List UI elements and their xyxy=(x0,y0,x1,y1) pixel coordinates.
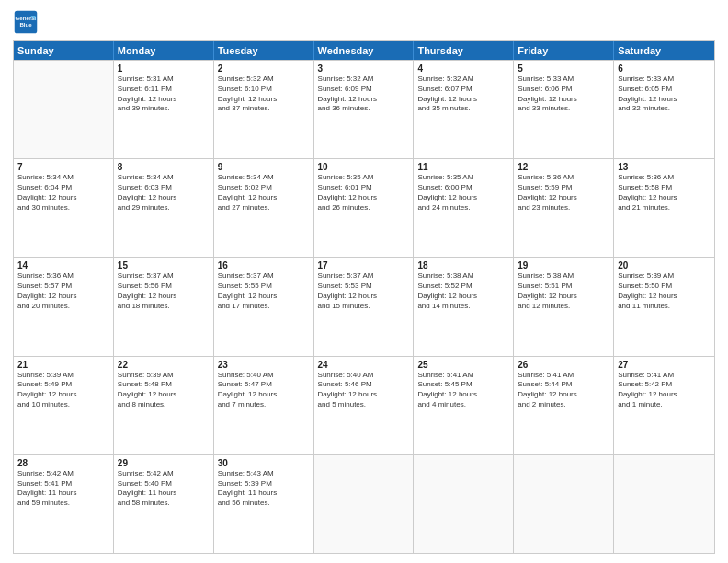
cell-info: Sunrise: 5:41 AM Sunset: 5:42 PM Dayligh… xyxy=(618,371,711,410)
day-number: 21 xyxy=(17,360,109,370)
cal-cell-r1c6: 13Sunrise: 5:36 AM Sunset: 5:58 PM Dayli… xyxy=(614,159,714,257)
day-number: 29 xyxy=(118,458,210,468)
cell-info: Sunrise: 5:42 AM Sunset: 5:40 PM Dayligh… xyxy=(118,469,210,509)
cal-cell-r1c4: 11Sunrise: 5:35 AM Sunset: 6:00 PM Dayli… xyxy=(414,159,514,257)
cal-cell-r1c3: 10Sunrise: 5:35 AM Sunset: 6:01 PM Dayli… xyxy=(314,159,415,257)
cal-cell-r4c5 xyxy=(514,455,614,553)
cal-cell-r0c4: 4Sunrise: 5:32 AM Sunset: 6:07 PM Daylig… xyxy=(414,61,514,158)
day-number: 16 xyxy=(218,260,310,270)
day-number: 23 xyxy=(218,360,310,370)
cal-cell-r4c1: 29Sunrise: 5:42 AM Sunset: 5:40 PM Dayli… xyxy=(114,455,214,553)
cal-cell-r0c0 xyxy=(14,61,114,158)
cal-row-1: 7Sunrise: 5:34 AM Sunset: 6:04 PM Daylig… xyxy=(14,158,714,257)
cal-header-saturday: Saturday xyxy=(614,41,714,60)
day-number: 22 xyxy=(118,360,210,370)
cell-info: Sunrise: 5:36 AM Sunset: 5:57 PM Dayligh… xyxy=(17,271,109,311)
cell-info: Sunrise: 5:36 AM Sunset: 5:59 PM Dayligh… xyxy=(518,173,609,213)
cal-cell-r4c6 xyxy=(614,455,714,553)
cell-info: Sunrise: 5:41 AM Sunset: 5:45 PM Dayligh… xyxy=(417,371,509,410)
cal-cell-r3c6: 27Sunrise: 5:41 AM Sunset: 5:42 PM Dayli… xyxy=(614,357,714,454)
day-number: 17 xyxy=(318,260,410,270)
cal-cell-r1c5: 12Sunrise: 5:36 AM Sunset: 5:59 PM Dayli… xyxy=(514,159,614,257)
cal-cell-r3c0: 21Sunrise: 5:39 AM Sunset: 5:49 PM Dayli… xyxy=(14,357,114,454)
cell-info: Sunrise: 5:34 AM Sunset: 6:02 PM Dayligh… xyxy=(218,173,310,213)
cal-cell-r0c6: 6Sunrise: 5:33 AM Sunset: 6:05 PM Daylig… xyxy=(614,61,714,158)
day-number: 18 xyxy=(417,260,509,270)
cal-cell-r4c0: 28Sunrise: 5:42 AM Sunset: 5:41 PM Dayli… xyxy=(14,455,114,553)
cal-header-monday: Monday xyxy=(114,41,214,60)
cell-info: Sunrise: 5:39 AM Sunset: 5:50 PM Dayligh… xyxy=(618,271,711,311)
day-number: 11 xyxy=(417,162,509,172)
day-number: 10 xyxy=(318,162,410,172)
cal-row-3: 21Sunrise: 5:39 AM Sunset: 5:49 PM Dayli… xyxy=(14,356,714,454)
calendar-body: 1Sunrise: 5:31 AM Sunset: 6:11 PM Daylig… xyxy=(14,60,714,553)
cell-info: Sunrise: 5:32 AM Sunset: 6:10 PM Dayligh… xyxy=(218,75,310,114)
cal-header-thursday: Thursday xyxy=(414,41,514,60)
cal-cell-r2c5: 19Sunrise: 5:38 AM Sunset: 5:51 PM Dayli… xyxy=(514,258,614,355)
cell-info: Sunrise: 5:38 AM Sunset: 5:51 PM Dayligh… xyxy=(518,271,609,311)
cell-info: Sunrise: 5:35 AM Sunset: 6:01 PM Dayligh… xyxy=(318,173,410,213)
cal-cell-r0c5: 5Sunrise: 5:33 AM Sunset: 6:06 PM Daylig… xyxy=(514,61,614,158)
cal-cell-r2c3: 17Sunrise: 5:37 AM Sunset: 5:53 PM Dayli… xyxy=(314,258,415,355)
cal-cell-r4c3 xyxy=(314,455,415,553)
cal-header-tuesday: Tuesday xyxy=(214,41,314,60)
cell-info: Sunrise: 5:43 AM Sunset: 5:39 PM Dayligh… xyxy=(218,469,310,509)
day-number: 7 xyxy=(17,162,109,172)
day-number: 4 xyxy=(417,63,509,74)
cell-info: Sunrise: 5:34 AM Sunset: 6:03 PM Dayligh… xyxy=(118,173,210,213)
cell-info: Sunrise: 5:37 AM Sunset: 5:55 PM Dayligh… xyxy=(218,271,310,311)
day-number: 13 xyxy=(618,162,711,172)
svg-text:Blue: Blue xyxy=(19,21,32,28)
day-number: 1 xyxy=(118,63,210,74)
day-number: 6 xyxy=(618,63,711,74)
cell-info: Sunrise: 5:40 AM Sunset: 5:46 PM Dayligh… xyxy=(318,371,410,410)
day-number: 2 xyxy=(218,63,310,74)
cal-cell-r2c2: 16Sunrise: 5:37 AM Sunset: 5:55 PM Dayli… xyxy=(214,258,314,355)
cal-cell-r0c1: 1Sunrise: 5:31 AM Sunset: 6:11 PM Daylig… xyxy=(114,61,214,158)
day-number: 25 xyxy=(417,360,509,370)
day-number: 8 xyxy=(118,162,210,172)
cal-cell-r1c2: 9Sunrise: 5:34 AM Sunset: 6:02 PM Daylig… xyxy=(214,159,314,257)
cal-row-2: 14Sunrise: 5:36 AM Sunset: 5:57 PM Dayli… xyxy=(14,257,714,355)
day-number: 26 xyxy=(518,360,609,370)
cal-cell-r3c4: 25Sunrise: 5:41 AM Sunset: 5:45 PM Dayli… xyxy=(414,357,514,454)
cal-row-0: 1Sunrise: 5:31 AM Sunset: 6:11 PM Daylig… xyxy=(14,60,714,158)
day-number: 27 xyxy=(618,360,711,370)
cal-cell-r2c0: 14Sunrise: 5:36 AM Sunset: 5:57 PM Dayli… xyxy=(14,258,114,355)
cal-cell-r1c1: 8Sunrise: 5:34 AM Sunset: 6:03 PM Daylig… xyxy=(114,159,214,257)
cal-cell-r1c0: 7Sunrise: 5:34 AM Sunset: 6:04 PM Daylig… xyxy=(14,159,114,257)
cell-info: Sunrise: 5:40 AM Sunset: 5:47 PM Dayligh… xyxy=(218,371,310,410)
day-number: 30 xyxy=(218,458,310,468)
cell-info: Sunrise: 5:31 AM Sunset: 6:11 PM Dayligh… xyxy=(118,75,210,114)
cal-cell-r3c2: 23Sunrise: 5:40 AM Sunset: 5:47 PM Dayli… xyxy=(214,357,314,454)
cal-header-friday: Friday xyxy=(514,41,614,60)
cell-info: Sunrise: 5:41 AM Sunset: 5:44 PM Dayligh… xyxy=(518,371,609,410)
day-number: 20 xyxy=(618,260,711,270)
day-number: 3 xyxy=(318,63,410,74)
cell-info: Sunrise: 5:33 AM Sunset: 6:05 PM Dayligh… xyxy=(618,75,711,114)
cal-cell-r0c2: 2Sunrise: 5:32 AM Sunset: 6:10 PM Daylig… xyxy=(214,61,314,158)
header: General Blue xyxy=(13,9,715,35)
day-number: 9 xyxy=(218,162,310,172)
day-number: 12 xyxy=(518,162,609,172)
day-number: 5 xyxy=(518,63,609,74)
cal-cell-r0c3: 3Sunrise: 5:32 AM Sunset: 6:09 PM Daylig… xyxy=(314,61,415,158)
cell-info: Sunrise: 5:36 AM Sunset: 5:58 PM Dayligh… xyxy=(618,173,711,213)
cal-header-wednesday: Wednesday xyxy=(314,41,415,60)
cell-info: Sunrise: 5:39 AM Sunset: 5:49 PM Dayligh… xyxy=(17,371,109,410)
cell-info: Sunrise: 5:37 AM Sunset: 5:56 PM Dayligh… xyxy=(118,271,210,311)
cell-info: Sunrise: 5:37 AM Sunset: 5:53 PM Dayligh… xyxy=(318,271,410,311)
cell-info: Sunrise: 5:33 AM Sunset: 6:06 PM Dayligh… xyxy=(518,75,609,114)
cal-cell-r2c6: 20Sunrise: 5:39 AM Sunset: 5:50 PM Dayli… xyxy=(614,258,714,355)
cal-cell-r2c4: 18Sunrise: 5:38 AM Sunset: 5:52 PM Dayli… xyxy=(414,258,514,355)
cal-cell-r3c1: 22Sunrise: 5:39 AM Sunset: 5:48 PM Dayli… xyxy=(114,357,214,454)
cell-info: Sunrise: 5:42 AM Sunset: 5:41 PM Dayligh… xyxy=(17,469,109,509)
day-number: 24 xyxy=(318,360,410,370)
logo: General Blue xyxy=(13,9,42,35)
day-number: 28 xyxy=(17,458,109,468)
day-number: 19 xyxy=(518,260,609,270)
cal-header-sunday: Sunday xyxy=(14,41,114,60)
day-number: 15 xyxy=(118,260,210,270)
cal-cell-r3c5: 26Sunrise: 5:41 AM Sunset: 5:44 PM Dayli… xyxy=(514,357,614,454)
cell-info: Sunrise: 5:39 AM Sunset: 5:48 PM Dayligh… xyxy=(118,371,210,410)
